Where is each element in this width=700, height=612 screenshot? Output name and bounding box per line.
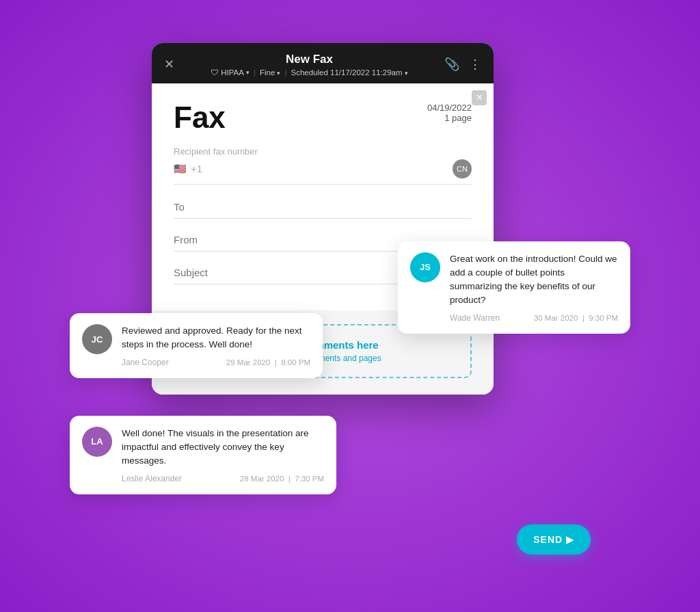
close-button[interactable]: ✕	[164, 57, 174, 72]
content-close-button[interactable]: ✕	[472, 90, 487, 105]
to-field[interactable]	[174, 196, 472, 219]
comment-footer-js: Wade Warren 30 Mar 2020 | 9:30 PM	[450, 313, 618, 323]
hipaa-chevron: ▾	[246, 69, 250, 76]
phone-input-group: 🇺🇸	[174, 163, 321, 175]
flag-icon: 🇺🇸	[174, 163, 187, 175]
contacts-button[interactable]: CN	[453, 159, 472, 178]
shield-icon: 🛡	[211, 68, 219, 77]
attachment-icon[interactable]: 📎	[444, 57, 459, 72]
comment-text-js: Great work on the introduction! Could we…	[450, 252, 618, 308]
comment-body-jc: Reviewed and approved. Ready for the nex…	[122, 324, 310, 367]
send-button[interactable]: SEND ▶	[517, 524, 591, 555]
comment-card-jc: JC Reviewed and approved. Ready for the …	[70, 313, 323, 378]
avatar-la: LA	[82, 427, 112, 457]
comment-date-jc: 29 Mar 2020 | 8:00 PM	[226, 358, 310, 367]
comment-author-js: Wade Warren	[450, 313, 500, 323]
separator-2: |	[284, 68, 286, 77]
fine-chevron: ▾	[277, 69, 280, 76]
header-meta: 🛡 HIPAA ▾ | Fine ▾ | Scheduled 11/17/202…	[174, 68, 444, 77]
comment-date-la: 28 Mar 2020 | 7:30 PM	[240, 475, 324, 483]
comment-date-js: 30 Mar 2020 | 9:30 PM	[534, 314, 618, 322]
comment-card-js: JS Great work on the introduction! Could…	[398, 241, 630, 334]
phone-input[interactable]	[191, 163, 321, 174]
phone-row: 🇺🇸 CN	[174, 159, 472, 185]
fine-selector[interactable]: Fine ▾	[260, 68, 281, 77]
header-actions: 📎 ⋮	[444, 57, 481, 72]
comment-footer-jc: Jane Cooper 29 Mar 2020 | 8:00 PM	[122, 358, 310, 367]
comment-text-la: Well done! The visuals in the presentati…	[122, 427, 324, 468]
phone-label: Recipient fax number	[174, 146, 472, 157]
fax-pages: 1 page	[427, 113, 472, 123]
comment-card-la: LA Well done! The visuals in the present…	[70, 416, 336, 494]
more-menu-icon[interactable]: ⋮	[469, 57, 481, 72]
comment-footer-la: Leslie Alexander 28 Mar 2020 | 7:30 PM	[122, 474, 324, 483]
header-center: New Fax 🛡 HIPAA ▾ | Fine ▾ | Scheduled 1…	[174, 53, 444, 77]
comment-author-jc: Jane Cooper	[122, 358, 169, 367]
scheduled-chevron: ▾	[405, 69, 408, 76]
avatar-js: JS	[410, 252, 440, 282]
hipaa-badge[interactable]: 🛡 HIPAA ▾	[211, 68, 250, 77]
fax-header: ✕ New Fax 🛡 HIPAA ▾ | Fine ▾ |	[152, 43, 494, 83]
comment-body-la: Well done! The visuals in the presentati…	[122, 427, 324, 483]
fax-doc-header: Fax 04/19/2022 1 page	[174, 103, 472, 133]
fax-doc-meta: 04/19/2022 1 page	[427, 103, 472, 123]
comment-text-jc: Reviewed and approved. Ready for the nex…	[122, 324, 310, 352]
separator-1: |	[254, 68, 256, 77]
window-title: New Fax	[174, 53, 444, 66]
fax-date: 04/19/2022	[427, 103, 472, 113]
fax-doc-title: Fax	[174, 103, 226, 133]
comment-body-js: Great work on the introduction! Could we…	[450, 252, 618, 323]
comment-author-la: Leslie Alexander	[122, 474, 182, 483]
avatar-jc: JC	[82, 324, 112, 354]
scheduled-selector[interactable]: Scheduled 11/17/2022 11:29am ▾	[291, 68, 407, 77]
